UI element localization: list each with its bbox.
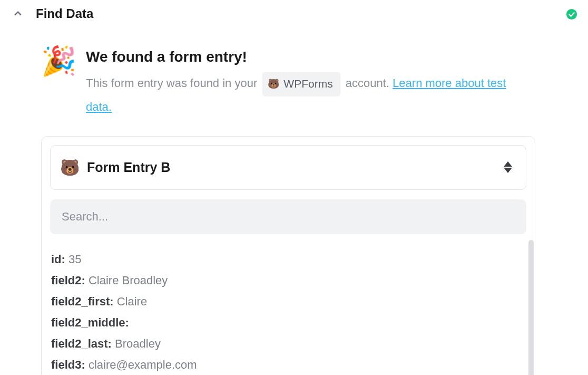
collapse-toggle[interactable]	[11, 6, 25, 21]
search-box	[50, 199, 526, 234]
wpforms-badge: 🐻 WPForms	[262, 72, 340, 97]
field-list: id: 35field2: Claire Broadleyfield2_firs…	[50, 249, 526, 375]
desc-after: account.	[346, 76, 393, 90]
entry-selector-label: Form Entry B	[87, 160, 170, 175]
field-value: Claire	[114, 295, 148, 308]
scrollbar-thumb[interactable]	[528, 240, 534, 375]
field-key: field2:	[51, 274, 85, 287]
svg-marker-2	[504, 168, 512, 173]
svg-point-0	[566, 9, 577, 20]
field-key: field2_middle:	[51, 316, 129, 329]
field-key: field2_first:	[51, 295, 114, 308]
field-row: field2_last: Broadley	[51, 333, 526, 354]
field-value: claire@example.com	[85, 358, 197, 371]
entry-selector[interactable]: 🐻 Form Entry B	[50, 145, 526, 190]
status-success-icon	[566, 8, 577, 22]
field-row: field2_middle:	[51, 312, 526, 333]
field-key: id:	[51, 253, 65, 266]
wpforms-entry-icon: 🐻	[60, 158, 80, 177]
field-row: id: 35	[51, 249, 526, 270]
found-heading: We found a form entry!	[86, 49, 527, 65]
badge-text: WPForms	[283, 74, 332, 94]
found-description: This form entry was found in your 🐻 WPFo…	[86, 72, 527, 118]
field-value: Broadley	[112, 337, 161, 350]
field-row: field3: claire@example.com	[51, 354, 526, 375]
chevron-up-icon	[13, 8, 23, 19]
field-row: field2: Claire Broadley	[51, 270, 526, 291]
field-row: field2_first: Claire	[51, 291, 526, 312]
search-input[interactable]	[62, 210, 515, 224]
section-title: Find Data	[36, 6, 93, 21]
field-value: Claire Broadley	[85, 274, 168, 287]
field-key: field2_last:	[51, 337, 112, 350]
data-panel: 🐻 Form Entry B id: 35field2: Claire Broa…	[41, 136, 535, 375]
sort-caret-icon	[504, 161, 512, 173]
party-popper-icon: 🎉	[41, 46, 76, 75]
wpforms-icon: 🐻	[268, 75, 279, 93]
field-value: 35	[65, 253, 82, 266]
svg-marker-1	[504, 161, 512, 167]
desc-before: This form entry was found in your	[86, 76, 260, 90]
field-key: field3:	[51, 358, 85, 371]
